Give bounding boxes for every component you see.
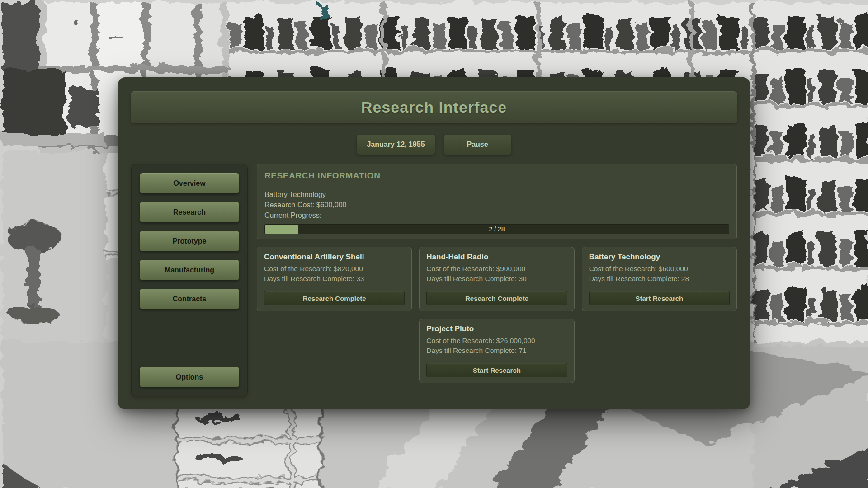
screen: Research Interface January 12, 1955 Paus… bbox=[0, 0, 868, 488]
progress-bar: 2 / 28 bbox=[264, 224, 729, 234]
card-title: Hand-Held Radio bbox=[426, 253, 567, 262]
card-days: Days till Research Complete: 30 bbox=[426, 274, 567, 284]
card-title: Project Pluto bbox=[426, 324, 567, 333]
toolbar: January 12, 1955 Pause bbox=[118, 135, 750, 155]
research-card-project-pluto: Project Pluto Cost of the Research: $26,… bbox=[419, 319, 574, 383]
research-complete-button[interactable]: Research Complete bbox=[426, 291, 567, 305]
date-button[interactable]: January 12, 1955 bbox=[357, 135, 434, 155]
card-cost: Cost of the Research: $26,000,000 bbox=[426, 336, 567, 346]
card-cost: Cost of the Research: $820,000 bbox=[264, 264, 405, 274]
main-content: RESEARCH INFORMATION Battery Technology … bbox=[257, 164, 737, 396]
current-research-cost: Research Cost: $600,000 bbox=[264, 200, 729, 210]
card-cost: Cost of the Research: $900,000 bbox=[426, 264, 567, 274]
sidebar-item-options[interactable]: Options bbox=[140, 367, 239, 387]
start-research-button[interactable]: Start Research bbox=[426, 363, 567, 377]
sidebar-item-research[interactable]: Research bbox=[140, 202, 239, 222]
panel-content: Overview Research Prototype Manufacturin… bbox=[131, 164, 737, 396]
card-days: Days till Research Complete: 28 bbox=[589, 274, 730, 284]
sidebar-item-contracts[interactable]: Contracts bbox=[140, 289, 239, 309]
panel-header: Research Interface bbox=[131, 91, 737, 123]
research-complete-button[interactable]: Research Complete bbox=[264, 291, 405, 305]
sidebar-item-manufacturing[interactable]: Manufacturing bbox=[140, 260, 239, 280]
research-information-panel: RESEARCH INFORMATION Battery Technology … bbox=[257, 164, 737, 239]
divider bbox=[264, 185, 729, 185]
sidebar-item-overview[interactable]: Overview bbox=[140, 173, 239, 193]
research-cards-grid: Conventional Artillery Shell Cost of the… bbox=[257, 247, 737, 383]
research-information-heading: RESEARCH INFORMATION bbox=[264, 171, 729, 181]
current-research-name: Battery Technology bbox=[264, 189, 729, 200]
research-card-hand-held-radio: Hand-Held Radio Cost of the Research: $9… bbox=[419, 247, 574, 311]
research-card-conventional-artillery-shell: Conventional Artillery Shell Cost of the… bbox=[257, 247, 412, 311]
card-days: Days till Research Complete: 33 bbox=[264, 274, 405, 284]
progress-text: 2 / 28 bbox=[265, 225, 729, 234]
start-research-button[interactable]: Start Research bbox=[589, 291, 730, 305]
card-cost: Cost of the Research: $600,000 bbox=[589, 264, 730, 274]
pause-button[interactable]: Pause bbox=[444, 135, 511, 155]
card-days: Days till Research Complete: 71 bbox=[426, 346, 567, 356]
sidebar: Overview Research Prototype Manufacturin… bbox=[131, 164, 248, 396]
card-title: Conventional Artillery Shell bbox=[264, 253, 405, 262]
research-interface-panel: Research Interface January 12, 1955 Paus… bbox=[118, 77, 750, 409]
research-card-battery-technology: Battery Technology Cost of the Research:… bbox=[582, 247, 737, 311]
sidebar-item-prototype[interactable]: Prototype bbox=[140, 231, 239, 251]
progress-label: Current Progress: bbox=[264, 210, 729, 221]
page-title: Research Interface bbox=[361, 99, 507, 116]
card-title: Battery Technology bbox=[589, 253, 730, 262]
